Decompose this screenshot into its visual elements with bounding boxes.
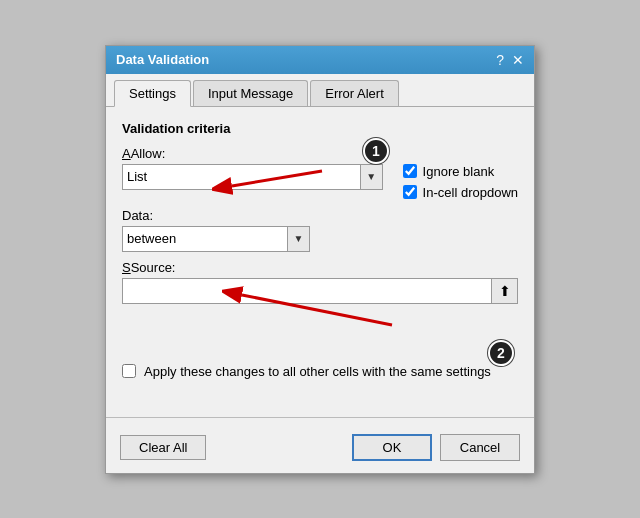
source-label: SSource: (122, 260, 518, 275)
footer-divider (106, 417, 534, 418)
allow-select[interactable]: List Any value Whole number Decimal Date… (123, 165, 360, 189)
allow-label: AAllow: (122, 146, 383, 161)
title-bar: Data Validation ? ✕ (106, 46, 534, 74)
checkbox-group: Ignore blank In-cell dropdown (403, 146, 518, 200)
section-title: Validation criteria (122, 121, 518, 136)
dialog-body: Validation criteria AAllow: List Any val… (106, 107, 534, 409)
apply-row: Apply these changes to all other cells w… (122, 364, 518, 379)
source-input[interactable]: =INDIRECT($B$2) (123, 283, 491, 298)
data-select-wrap[interactable]: between not between equal to not equal t… (122, 226, 310, 252)
data-validation-dialog: Data Validation ? ✕ Settings Input Messa… (105, 45, 535, 474)
apply-checkbox[interactable] (122, 364, 136, 378)
allow-col: AAllow: List Any value Whole number Deci… (122, 146, 383, 190)
data-label: Data: (122, 208, 310, 223)
ignore-blank-checkbox[interactable] (403, 164, 417, 178)
ok-button[interactable]: OK (352, 434, 432, 461)
data-col: Data: between not between equal to not e… (122, 208, 310, 252)
data-select[interactable]: between not between equal to not equal t… (123, 227, 287, 251)
tab-bar: Settings Input Message Error Alert (106, 74, 534, 107)
apply-label: Apply these changes to all other cells w… (144, 364, 491, 379)
cancel-button[interactable]: Cancel (440, 434, 520, 461)
tab-settings[interactable]: Settings (114, 80, 191, 107)
footer-right-buttons: OK Cancel (352, 434, 520, 461)
clear-all-button[interactable]: Clear All (120, 435, 206, 460)
source-area: SSource: =INDIRECT($B$2) ⬆ 2 (122, 260, 518, 304)
source-input-wrap[interactable]: =INDIRECT($B$2) ⬆ (122, 278, 518, 304)
tab-error-alert[interactable]: Error Alert (310, 80, 399, 106)
in-cell-dropdown-item: In-cell dropdown (403, 185, 518, 200)
tab-input-message[interactable]: Input Message (193, 80, 308, 106)
data-row: Data: between not between equal to not e… (122, 208, 518, 252)
footer: Clear All OK Cancel (106, 426, 534, 473)
in-cell-dropdown-label: In-cell dropdown (423, 185, 518, 200)
title-bar-controls: ? ✕ (496, 52, 524, 68)
ignore-blank-label: Ignore blank (423, 164, 495, 179)
source-collapse-button[interactable]: ⬆ (491, 279, 517, 303)
allow-row: AAllow: List Any value Whole number Deci… (122, 146, 518, 200)
in-cell-dropdown-checkbox[interactable] (403, 185, 417, 199)
data-dropdown-arrow[interactable]: ▼ (287, 227, 309, 251)
dialog-title: Data Validation (116, 52, 209, 67)
allow-select-wrap[interactable]: List Any value Whole number Decimal Date… (122, 164, 383, 190)
ignore-blank-item: Ignore blank (403, 164, 518, 179)
allow-dropdown-arrow[interactable]: ▼ (360, 165, 382, 189)
close-button[interactable]: ✕ (512, 52, 524, 68)
help-button[interactable]: ? (496, 52, 504, 68)
